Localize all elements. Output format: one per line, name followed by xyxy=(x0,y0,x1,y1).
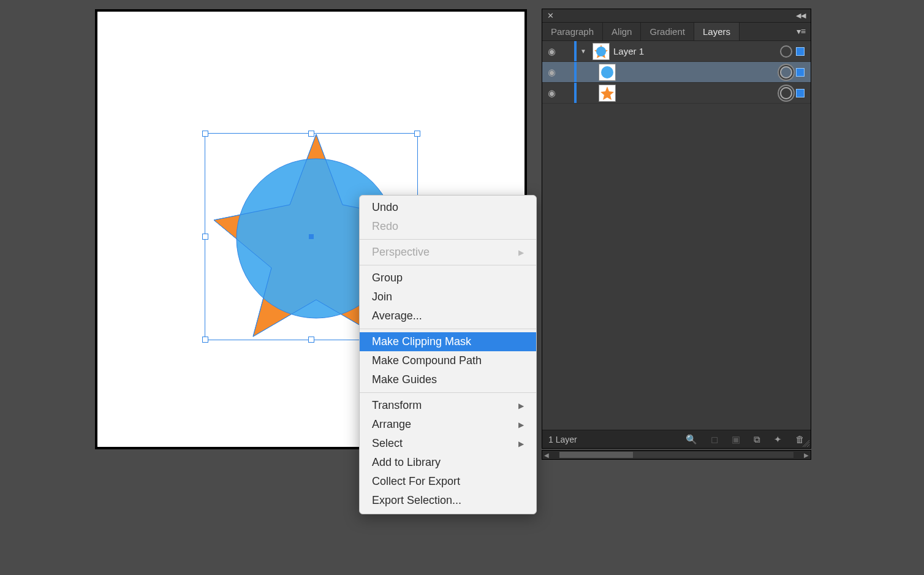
ctx-export-selection-[interactable]: Export Selection... xyxy=(360,491,536,510)
selection-swatch[interactable] xyxy=(796,89,805,97)
ctx-join[interactable]: Join xyxy=(360,288,536,307)
ctx-make-compound-path[interactable]: Make Compound Path xyxy=(360,351,536,370)
layer-row[interactable]: ◉ xyxy=(542,62,811,83)
layer-count: 1 Layer xyxy=(548,435,577,444)
ctx-select[interactable]: Select▶ xyxy=(360,434,536,453)
selection-swatch[interactable] xyxy=(796,68,805,77)
selection-swatch[interactable] xyxy=(796,47,805,56)
layer-name[interactable]: Layer 1 xyxy=(613,46,776,56)
panel-scrollbar[interactable]: ◀▶ xyxy=(542,450,811,460)
resize-handle[interactable] xyxy=(414,131,420,137)
ctx-make-guides[interactable]: Make Guides xyxy=(360,370,536,389)
selection-center[interactable] xyxy=(309,234,314,239)
target-icon[interactable] xyxy=(780,66,792,78)
layer-thumb xyxy=(599,85,616,102)
chevron-right-icon: ▶ xyxy=(518,402,524,410)
svg-point-2 xyxy=(601,66,613,78)
chevron-right-icon: ▶ xyxy=(518,440,524,448)
tab-paragraph[interactable]: Paragraph xyxy=(542,23,603,40)
layer-row[interactable]: ◉ ▼ Layer 1 xyxy=(542,41,811,62)
ctx-add-to-library[interactable]: Add to Library xyxy=(360,453,536,472)
resize-handle[interactable] xyxy=(202,131,208,137)
disclosure-icon[interactable]: ▼ xyxy=(578,48,589,55)
menu-separator xyxy=(360,239,536,240)
chevron-right-icon: ▶ xyxy=(518,421,524,429)
target-icon[interactable] xyxy=(780,45,792,58)
layer-thumb xyxy=(599,64,616,81)
resize-handle[interactable] xyxy=(308,131,314,137)
mask-icon[interactable]: ▣ xyxy=(732,434,740,445)
tab-gradient[interactable]: Gradient xyxy=(641,23,694,40)
ctx-perspective: Perspective▶ xyxy=(360,243,536,262)
close-icon[interactable]: ✕ xyxy=(547,11,554,20)
panel-menu-icon[interactable]: ▾≡ xyxy=(792,23,811,40)
tab-layers[interactable]: Layers xyxy=(694,23,740,40)
new-layer-icon[interactable]: ✦ xyxy=(774,434,782,445)
resize-handle[interactable] xyxy=(308,337,314,343)
resize-handle[interactable] xyxy=(202,337,208,343)
ctx-transform[interactable]: Transform▶ xyxy=(360,396,536,415)
collapse-icon[interactable]: ◀◀ xyxy=(796,12,806,20)
menu-separator xyxy=(360,392,536,393)
ctx-arrange[interactable]: Arrange▶ xyxy=(360,415,536,434)
panel-tabs: ParagraphAlignGradientLayers▾≡ xyxy=(542,23,811,41)
resize-handle[interactable] xyxy=(202,234,208,240)
panel-statusbar: 1 Layer 🔍 ◻ ▣ ⧉ ✦ 🗑 xyxy=(542,430,811,448)
svg-marker-3 xyxy=(600,86,614,100)
search-icon[interactable]: 🔍 xyxy=(686,434,697,445)
layer-thumb xyxy=(593,43,610,60)
svg-point-1 xyxy=(596,47,606,56)
ctx-average-[interactable]: Average... xyxy=(360,307,536,326)
ctx-collect-for-export[interactable]: Collect For Export xyxy=(360,472,536,491)
ctx-redo: Redo xyxy=(360,217,536,236)
panel-resize-handle[interactable] xyxy=(802,440,809,447)
context-menu: UndoRedoPerspective▶GroupJoinAverage...M… xyxy=(359,195,537,514)
ctx-undo[interactable]: Undo xyxy=(360,198,536,217)
visibility-icon[interactable]: ◉ xyxy=(542,67,561,78)
target-icon[interactable] xyxy=(780,87,792,99)
layers-panel: ✕ ◀◀ ParagraphAlignGradientLayers▾≡ ◉ ▼ … xyxy=(542,9,811,449)
ctx-group[interactable]: Group xyxy=(360,268,536,288)
visibility-icon[interactable]: ◉ xyxy=(542,88,561,99)
visibility-icon[interactable]: ◉ xyxy=(542,46,561,57)
new-sublayer-icon[interactable]: ⧉ xyxy=(754,434,760,445)
layer-row[interactable]: ◉ xyxy=(542,83,811,104)
menu-separator xyxy=(360,329,536,329)
ctx-make-clipping-mask[interactable]: Make Clipping Mask xyxy=(360,332,536,351)
chevron-right-icon: ▶ xyxy=(518,248,524,257)
tab-align[interactable]: Align xyxy=(603,23,641,40)
layers-list: ◉ ▼ Layer 1 ◉◉ xyxy=(542,41,811,430)
menu-separator xyxy=(360,265,536,265)
locate-icon[interactable]: ◻ xyxy=(711,434,718,445)
